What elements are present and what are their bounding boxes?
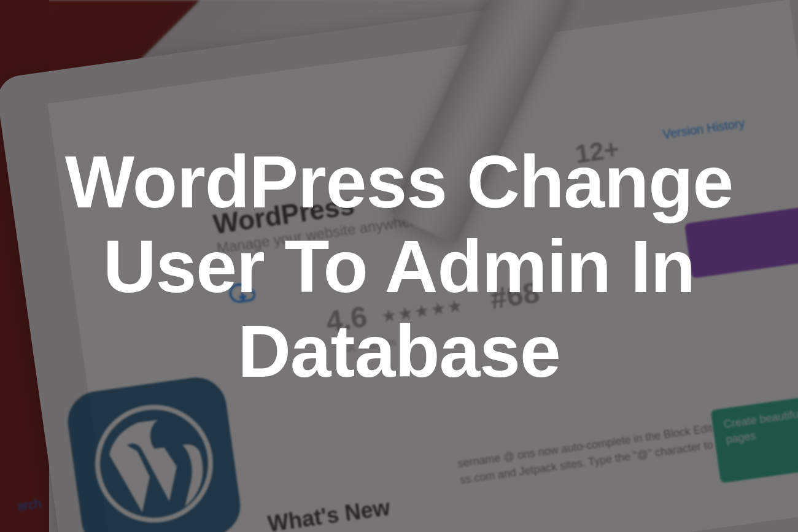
title-overlay: WordPress Change User To Admin In Databa…	[0, 0, 798, 532]
image-container: WordPress Manage your website anywhere 4…	[0, 0, 798, 532]
headline-text: WordPress Change User To Admin In Databa…	[61, 139, 737, 393]
